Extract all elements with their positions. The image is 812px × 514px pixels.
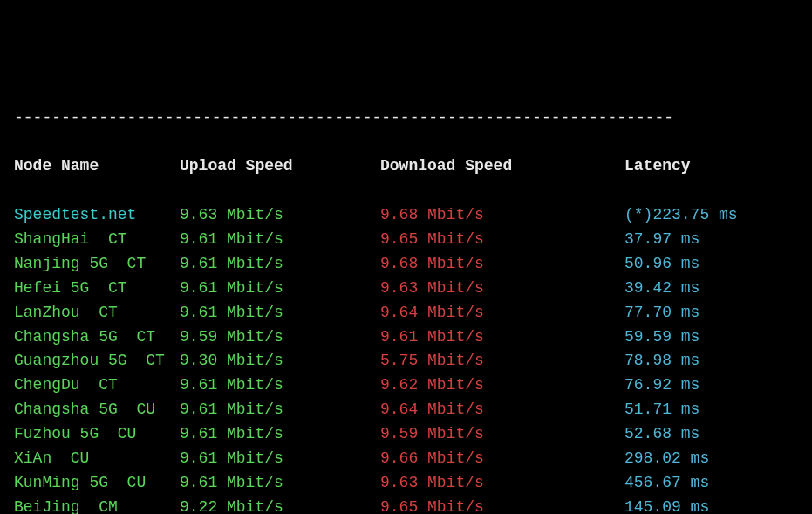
cell-download: 5.75 Mbit/s	[380, 349, 624, 374]
cell-upload: 9.22 Mbit/s	[180, 496, 380, 514]
cell-latency: 52.68 ms	[624, 422, 699, 447]
table-body: Speedtest.net9.63 Mbit/s9.68 Mbit/s(*)22…	[14, 203, 798, 514]
table-row: KunMing 5G CU9.61 Mbit/s9.63 Mbit/s456.6…	[14, 471, 798, 496]
cell-download: 9.68 Mbit/s	[380, 203, 624, 228]
cell-latency: 78.98 ms	[624, 349, 699, 374]
header-node: Node Name	[14, 154, 180, 179]
cell-node: Changsha 5G CT	[14, 326, 180, 350]
cell-upload: 9.61 Mbit/s	[180, 374, 380, 398]
cell-download: 9.63 Mbit/s	[380, 277, 624, 301]
table-row: ChengDu CT9.61 Mbit/s9.62 Mbit/s76.92 ms	[14, 374, 798, 398]
table-row: Speedtest.net9.63 Mbit/s9.68 Mbit/s(*)22…	[14, 203, 798, 228]
cell-upload: 9.61 Mbit/s	[180, 252, 380, 277]
cell-upload: 9.59 Mbit/s	[180, 326, 380, 350]
cell-latency: 298.02 ms	[624, 447, 709, 471]
cell-latency: 77.70 ms	[624, 301, 699, 326]
table-header: Node Name Upload Speed Download Speed La…	[14, 154, 798, 179]
cell-latency: 76.92 ms	[624, 374, 699, 398]
cell-download: 9.62 Mbit/s	[380, 374, 624, 398]
table-row: Nanjing 5G CT9.61 Mbit/s9.68 Mbit/s50.96…	[14, 252, 798, 277]
header-upload: Upload Speed	[180, 154, 380, 179]
cell-node: LanZhou CT	[14, 301, 180, 326]
table-row: ShangHai CT9.61 Mbit/s9.65 Mbit/s37.97 m…	[14, 228, 798, 252]
cell-upload: 9.61 Mbit/s	[180, 398, 380, 422]
cell-node: ShangHai CT	[14, 228, 180, 252]
cell-latency: 59.59 ms	[624, 326, 699, 350]
divider-top: ----------------------------------------…	[14, 106, 798, 131]
table-row: Fuzhou 5G CU9.61 Mbit/s9.59 Mbit/s52.68 …	[14, 422, 798, 447]
cell-node: XiAn CU	[14, 447, 180, 471]
header-latency: Latency	[624, 154, 691, 179]
cell-upload: 9.61 Mbit/s	[180, 228, 380, 252]
cell-download: 9.68 Mbit/s	[380, 252, 624, 277]
cell-download: 9.59 Mbit/s	[380, 422, 624, 447]
cell-node: ChengDu CT	[14, 374, 180, 398]
cell-latency: 51.71 ms	[624, 398, 699, 422]
cell-node: Speedtest.net	[14, 203, 180, 228]
cell-latency: 145.09 ms	[624, 496, 709, 514]
cell-latency: 456.67 ms	[624, 471, 709, 496]
cell-download: 9.64 Mbit/s	[380, 398, 624, 422]
cell-latency: (*)223.75 ms	[624, 203, 738, 228]
cell-latency: 39.42 ms	[624, 277, 699, 301]
cell-latency: 37.97 ms	[624, 228, 699, 252]
table-row: XiAn CU9.61 Mbit/s9.66 Mbit/s298.02 ms	[14, 447, 798, 471]
table-row: Changsha 5G CT9.59 Mbit/s9.61 Mbit/s59.5…	[14, 326, 798, 350]
cell-node: Guangzhou 5G CT	[14, 349, 180, 374]
header-download: Download Speed	[380, 154, 624, 179]
cell-node: Hefei 5G CT	[14, 277, 180, 301]
cell-node: Nanjing 5G CT	[14, 252, 180, 277]
cell-latency: 50.96 ms	[624, 252, 699, 277]
cell-upload: 9.61 Mbit/s	[180, 301, 380, 326]
cell-node: BeiJing CM	[14, 496, 180, 514]
cell-upload: 9.30 Mbit/s	[180, 349, 380, 374]
cell-node: KunMing 5G CU	[14, 471, 180, 496]
cell-upload: 9.61 Mbit/s	[180, 422, 380, 447]
cell-node: Changsha 5G CU	[14, 398, 180, 422]
cell-download: 9.63 Mbit/s	[380, 471, 624, 496]
cell-download: 9.61 Mbit/s	[380, 326, 624, 350]
table-row: Hefei 5G CT9.61 Mbit/s9.63 Mbit/s39.42 m…	[14, 277, 798, 301]
cell-upload: 9.61 Mbit/s	[180, 447, 380, 471]
cell-upload: 9.61 Mbit/s	[180, 471, 380, 496]
cell-upload: 9.61 Mbit/s	[180, 277, 380, 301]
table-row: LanZhou CT9.61 Mbit/s9.64 Mbit/s77.70 ms	[14, 301, 798, 326]
table-row: Changsha 5G CU9.61 Mbit/s9.64 Mbit/s51.7…	[14, 398, 798, 422]
cell-download: 9.65 Mbit/s	[380, 496, 624, 514]
cell-download: 9.64 Mbit/s	[380, 301, 624, 326]
table-row: BeiJing CM9.22 Mbit/s9.65 Mbit/s145.09 m…	[14, 496, 798, 514]
cell-upload: 9.63 Mbit/s	[180, 203, 380, 228]
cell-download: 9.66 Mbit/s	[380, 447, 624, 471]
cell-download: 9.65 Mbit/s	[380, 228, 624, 252]
cell-node: Fuzhou 5G CU	[14, 422, 180, 447]
table-row: Guangzhou 5G CT9.30 Mbit/s5.75 Mbit/s78.…	[14, 349, 798, 374]
